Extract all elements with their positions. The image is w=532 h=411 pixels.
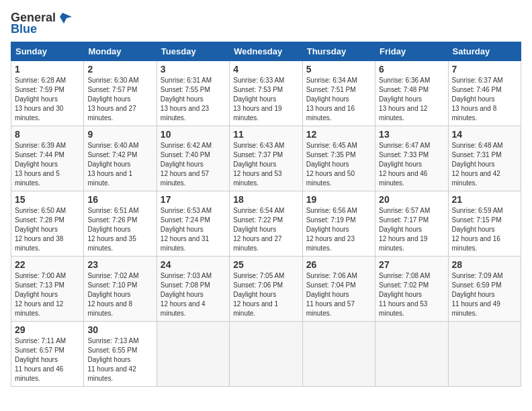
day-info: Sunrise: 7:00 AMSunset: 7:13 PMDaylight …: [15, 271, 80, 318]
day-number: 1: [15, 64, 80, 75]
day-info: Sunrise: 6:51 AMSunset: 7:26 PMDaylight …: [87, 206, 152, 253]
day-info: Sunrise: 6:34 AMSunset: 7:51 PMDaylight …: [306, 76, 371, 123]
calendar-cell-19: 19Sunrise: 6:56 AMSunset: 7:19 PMDayligh…: [302, 191, 375, 257]
day-info: Sunrise: 6:28 AMSunset: 7:59 PMDaylight …: [15, 76, 80, 123]
calendar-cell-12: 12Sunrise: 6:45 AMSunset: 7:35 PMDayligh…: [302, 126, 375, 191]
day-number: 12: [306, 129, 371, 140]
day-number: 19: [306, 194, 371, 205]
day-number: 10: [161, 129, 226, 140]
day-number: 5: [306, 64, 371, 75]
calendar-cell-6: 6Sunrise: 6:36 AMSunset: 7:48 PMDaylight…: [375, 61, 448, 126]
calendar-cell-4: 4Sunrise: 6:33 AMSunset: 7:53 PMDaylight…: [230, 61, 302, 126]
calendar-cell-28: 28Sunrise: 7:09 AMSunset: 6:59 PMDayligh…: [448, 257, 521, 322]
day-number: 4: [233, 64, 298, 75]
calendar-cell-empty: [375, 322, 448, 387]
calendar-cell-29: 29Sunrise: 7:11 AMSunset: 6:57 PMDayligh…: [11, 322, 84, 387]
day-number: 7: [452, 64, 517, 75]
header-monday: Monday: [84, 42, 157, 61]
day-number: 11: [233, 129, 298, 140]
header-saturday: Saturday: [448, 42, 521, 61]
day-number: 8: [15, 129, 80, 140]
calendar-cell-empty: [302, 322, 375, 387]
day-number: 17: [161, 194, 226, 205]
calendar-cell-22: 22Sunrise: 7:00 AMSunset: 7:13 PMDayligh…: [11, 257, 84, 322]
day-number: 18: [233, 194, 298, 205]
calendar-week-2: 8Sunrise: 6:39 AMSunset: 7:44 PMDaylight…: [11, 126, 521, 191]
day-number: 26: [306, 259, 371, 270]
calendar-cell-11: 11Sunrise: 6:43 AMSunset: 7:37 PMDayligh…: [230, 126, 302, 191]
calendar-cell-14: 14Sunrise: 6:48 AMSunset: 7:31 PMDayligh…: [448, 126, 521, 191]
calendar-week-1: 1Sunrise: 6:28 AMSunset: 7:59 PMDaylight…: [11, 61, 521, 126]
day-number: 22: [15, 259, 80, 270]
calendar-cell-27: 27Sunrise: 7:08 AMSunset: 7:02 PMDayligh…: [375, 257, 448, 322]
calendar-cell-7: 7Sunrise: 6:37 AMSunset: 7:46 PMDaylight…: [448, 61, 521, 126]
calendar-cell-26: 26Sunrise: 7:06 AMSunset: 7:04 PMDayligh…: [302, 257, 375, 322]
day-number: 3: [161, 64, 226, 75]
day-info: Sunrise: 7:08 AMSunset: 7:02 PMDaylight …: [379, 271, 444, 318]
calendar-cell-empty: [157, 322, 229, 387]
calendar-table: SundayMondayTuesdayWednesdayThursdayFrid…: [11, 42, 521, 387]
calendar-cell-3: 3Sunrise: 6:31 AMSunset: 7:55 PMDaylight…: [157, 61, 229, 126]
calendar-cell-13: 13Sunrise: 6:47 AMSunset: 7:33 PMDayligh…: [375, 126, 448, 191]
day-info: Sunrise: 6:59 AMSunset: 7:15 PMDaylight …: [452, 206, 517, 253]
svg-marker-0: [60, 13, 72, 24]
day-number: 9: [87, 129, 152, 140]
logo: General Blue: [11, 11, 73, 36]
day-info: Sunrise: 7:13 AMSunset: 6:55 PMDaylight …: [87, 336, 152, 383]
day-info: Sunrise: 7:02 AMSunset: 7:10 PMDaylight …: [87, 271, 152, 318]
calendar-week-4: 22Sunrise: 7:00 AMSunset: 7:13 PMDayligh…: [11, 257, 521, 322]
day-info: Sunrise: 6:30 AMSunset: 7:57 PMDaylight …: [87, 76, 152, 123]
day-info: Sunrise: 7:06 AMSunset: 7:04 PMDaylight …: [306, 271, 371, 318]
calendar-body: 1Sunrise: 6:28 AMSunset: 7:59 PMDaylight…: [11, 61, 521, 387]
day-info: Sunrise: 6:56 AMSunset: 7:19 PMDaylight …: [306, 206, 371, 253]
day-info: Sunrise: 6:37 AMSunset: 7:46 PMDaylight …: [452, 76, 517, 123]
calendar-cell-24: 24Sunrise: 7:03 AMSunset: 7:08 PMDayligh…: [157, 257, 229, 322]
calendar-cell-23: 23Sunrise: 7:02 AMSunset: 7:10 PMDayligh…: [84, 257, 157, 322]
day-info: Sunrise: 6:40 AMSunset: 7:42 PMDaylight …: [87, 141, 152, 188]
day-info: Sunrise: 6:48 AMSunset: 7:31 PMDaylight …: [452, 141, 517, 188]
calendar-cell-10: 10Sunrise: 6:42 AMSunset: 7:40 PMDayligh…: [157, 126, 229, 191]
day-number: 29: [15, 324, 80, 335]
calendar-cell-17: 17Sunrise: 6:53 AMSunset: 7:24 PMDayligh…: [157, 191, 229, 257]
day-number: 28: [452, 259, 517, 270]
day-number: 23: [87, 259, 152, 270]
calendar-cell-15: 15Sunrise: 6:50 AMSunset: 7:28 PMDayligh…: [11, 191, 84, 257]
day-info: Sunrise: 6:53 AMSunset: 7:24 PMDaylight …: [161, 206, 226, 253]
day-info: Sunrise: 6:45 AMSunset: 7:35 PMDaylight …: [306, 141, 371, 188]
day-info: Sunrise: 7:03 AMSunset: 7:08 PMDaylight …: [161, 271, 226, 318]
day-number: 6: [379, 64, 444, 75]
day-info: Sunrise: 6:42 AMSunset: 7:40 PMDaylight …: [161, 141, 226, 188]
calendar-week-3: 15Sunrise: 6:50 AMSunset: 7:28 PMDayligh…: [11, 191, 521, 257]
day-info: Sunrise: 6:39 AMSunset: 7:44 PMDaylight …: [15, 141, 80, 188]
day-number: 25: [233, 259, 298, 270]
day-info: Sunrise: 6:33 AMSunset: 7:53 PMDaylight …: [233, 76, 298, 123]
calendar-cell-2: 2Sunrise: 6:30 AMSunset: 7:57 PMDaylight…: [84, 61, 157, 126]
calendar-cell-30: 30Sunrise: 7:13 AMSunset: 6:55 PMDayligh…: [84, 322, 157, 387]
calendar-cell-20: 20Sunrise: 6:57 AMSunset: 7:17 PMDayligh…: [375, 191, 448, 257]
day-number: 30: [87, 324, 152, 335]
day-number: 27: [379, 259, 444, 270]
header-sunday: Sunday: [11, 42, 84, 61]
day-info: Sunrise: 6:43 AMSunset: 7:37 PMDaylight …: [233, 141, 298, 188]
header-wednesday: Wednesday: [230, 42, 302, 61]
day-info: Sunrise: 6:57 AMSunset: 7:17 PMDaylight …: [379, 206, 444, 253]
header-friday: Friday: [375, 42, 448, 61]
calendar-header-row: SundayMondayTuesdayWednesdayThursdayFrid…: [11, 42, 521, 61]
calendar-week-5: 29Sunrise: 7:11 AMSunset: 6:57 PMDayligh…: [11, 322, 521, 387]
calendar-cell-8: 8Sunrise: 6:39 AMSunset: 7:44 PMDaylight…: [11, 126, 84, 191]
header-thursday: Thursday: [302, 42, 375, 61]
day-info: Sunrise: 6:36 AMSunset: 7:48 PMDaylight …: [379, 76, 444, 123]
calendar-cell-empty: [230, 322, 302, 387]
calendar-cell-5: 5Sunrise: 6:34 AMSunset: 7:51 PMDaylight…: [302, 61, 375, 126]
day-info: Sunrise: 7:05 AMSunset: 7:06 PMDaylight …: [233, 271, 298, 318]
calendar-cell-21: 21Sunrise: 6:59 AMSunset: 7:15 PMDayligh…: [448, 191, 521, 257]
day-info: Sunrise: 6:47 AMSunset: 7:33 PMDaylight …: [379, 141, 444, 188]
day-number: 2: [87, 64, 152, 75]
day-info: Sunrise: 7:11 AMSunset: 6:57 PMDaylight …: [15, 336, 80, 383]
calendar-cell-25: 25Sunrise: 7:05 AMSunset: 7:06 PMDayligh…: [230, 257, 302, 322]
calendar-cell-1: 1Sunrise: 6:28 AMSunset: 7:59 PMDaylight…: [11, 61, 84, 126]
day-info: Sunrise: 7:09 AMSunset: 6:59 PMDaylight …: [452, 271, 517, 318]
day-number: 15: [15, 194, 80, 205]
calendar-cell-9: 9Sunrise: 6:40 AMSunset: 7:42 PMDaylight…: [84, 126, 157, 191]
calendar-cell-empty: [448, 322, 521, 387]
